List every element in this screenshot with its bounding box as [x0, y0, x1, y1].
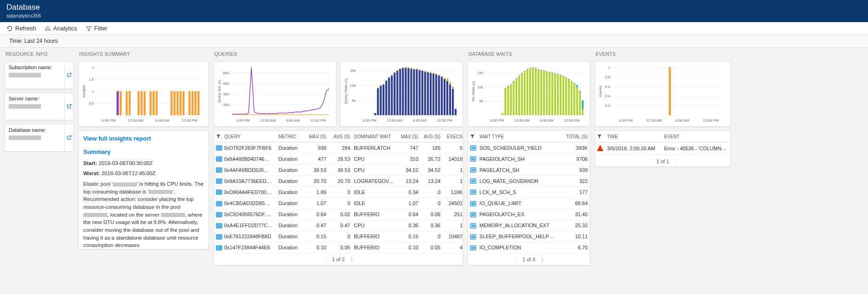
filter-label: Filter [94, 25, 108, 32]
table-row[interactable]: 0xE761222848FB8DDuration0.150BUFFERIO0.1… [214, 231, 464, 242]
svg-rect-144 [444, 78, 446, 79]
svg-rect-63 [382, 85, 384, 115]
svg-rect-34 [197, 91, 200, 115]
table-row[interactable]: 3/6/2018, 2:00:20 AMError - 40536 - 'COL… [595, 142, 730, 155]
svg-rect-18 [126, 91, 128, 115]
table-row[interactable]: PAGEIOLATCH_EX31.45 [468, 209, 590, 220]
insights-start-key: Start: [83, 160, 97, 166]
waits-pager-label: 1 of 3 [522, 257, 535, 262]
view-full-report-link[interactable]: View full insights report [83, 135, 151, 142]
filter-icon[interactable] [216, 134, 221, 139]
analytics-button[interactable]: Analytics [45, 25, 77, 32]
subscription-label: Subscription name: [9, 65, 60, 70]
queries-pager-next[interactable]: 〉 [350, 256, 355, 263]
server-open-button[interactable] [64, 93, 73, 120]
queries-th-execs[interactable]: EXECS [442, 131, 464, 142]
insights-chart[interactable]: 0.511.52Insights6:00 PM12:00 AM6:00 AM12… [81, 65, 206, 123]
svg-rect-95 [388, 77, 390, 78]
queries-th-avg[interactable]: AVG (S) [328, 131, 352, 142]
refresh-button[interactable]: Refresh [6, 25, 36, 32]
queries-th-avg2[interactable]: AVG (S) [420, 131, 442, 142]
db-waits-chart[interactable]: 5k10k15kDb Waits (s)6:00 PM12:00 AM6:00 … [471, 65, 587, 123]
waits-pager-prev[interactable]: 〈 [512, 256, 517, 263]
svg-rect-24 [152, 91, 155, 115]
svg-rect-72 [407, 68, 409, 115]
events-chart[interactable]: 0.20.40.60.81Events6:00 PM12:00 AM6:00 A… [598, 65, 728, 123]
svg-rect-167 [521, 73, 523, 115]
events-th-time[interactable]: TIME [605, 131, 662, 142]
filter-icon[interactable] [597, 134, 602, 139]
filter-button[interactable]: Filter [86, 25, 108, 32]
table-row[interactable]: MEMORY_ALLOCATION_EXT25.32 [468, 220, 590, 231]
table-row[interactable]: 0x147F23844F44E8Duration0.100.05BUFFERIO… [214, 242, 464, 253]
svg-rect-94 [385, 80, 387, 81]
query-waits-chart[interactable]: 5k10k15kQuery Waits (s)6:00 PM12:00 AM6:… [343, 65, 460, 123]
events-pager-prev[interactable]: 〈 [646, 158, 651, 165]
svg-rect-133 [413, 69, 415, 69]
table-row[interactable]: 0x4CBDAD32D85…Duration1.070IDLE1.0702450… [214, 198, 464, 209]
svg-rect-101 [405, 67, 406, 68]
svg-text:6:00 AM: 6:00 AM [286, 118, 300, 123]
svg-rect-79 [427, 72, 429, 115]
table-row[interactable]: 0xD762F283F7FBF5Duration936284BUFFERLATC… [214, 142, 464, 153]
svg-rect-189 [582, 109, 584, 115]
waits-th-type[interactable]: WAIT TYPE [478, 131, 558, 142]
events-pager-next[interactable]: 〉 [675, 158, 680, 165]
table-row[interactable]: SOS_SCHEDULER_YIELD383K [468, 142, 590, 153]
svg-rect-68 [396, 71, 398, 115]
svg-rect-176 [546, 72, 548, 115]
events-th-event[interactable]: EVENT [662, 131, 730, 142]
waits-column: DATABASE WAITS 5k10k15kDb Waits (s)6:00 … [468, 51, 590, 265]
database-open-button[interactable] [64, 124, 73, 151]
svg-rect-76 [419, 71, 421, 116]
svg-rect-186 [573, 83, 575, 115]
subscription-open-button[interactable] [64, 62, 73, 88]
table-row[interactable]: PAGEIOLATCH_SH9706 [468, 153, 590, 165]
svg-rect-82 [435, 75, 437, 115]
table-row[interactable]: 0xC824056576DF…Duration0.640.02BUFFERIO0… [214, 209, 464, 220]
svg-rect-130 [405, 67, 406, 68]
svg-rect-88 [452, 89, 454, 115]
svg-rect-119 [455, 109, 457, 109]
table-row[interactable]: SLEEP_BUFFERPOOL_HELPLW10.11 [468, 231, 590, 242]
queries-th-query[interactable]: QUERY [222, 131, 277, 142]
table-row[interactable]: 0xA4E1FFD2D77C…Duration0.470.47CPU0.360.… [214, 220, 464, 231]
table-row[interactable]: PAGELATCH_SH939 [468, 165, 590, 176]
svg-rect-173 [538, 70, 539, 115]
insights-column-header: INSIGHTS SUMMARY [79, 51, 209, 57]
svg-rect-135 [419, 70, 421, 70]
insights-column: INSIGHTS SUMMARY 0.511.52Insights6:00 PM… [78, 51, 209, 265]
table-row[interactable]: 0x9A10A7736EED…Duration20.7020.70LOGRATE… [214, 176, 464, 187]
queries-th-wait[interactable]: DOMINANT WAIT [352, 131, 398, 142]
svg-rect-115 [444, 78, 446, 79]
table-row[interactable]: 0x4AFA9BDD526…Duration38.5338.53CPU34.52… [214, 165, 464, 176]
table-row[interactable]: 0x8A480B040746…Duration47728.53CPU31026.… [214, 153, 464, 165]
query-duration-chart[interactable]: 200400600800Query dur. (s)6:00 PM12:00 A… [217, 65, 333, 123]
queries-th-max[interactable]: MAX (S) [304, 131, 328, 142]
svg-text:6:00 AM: 6:00 AM [676, 118, 689, 123]
svg-rect-105 [416, 69, 417, 69]
table-row[interactable]: IO_COMPLETION6.70 [468, 242, 590, 253]
svg-rect-100 [402, 68, 404, 68]
queries-th-metric[interactable]: METRIC [277, 131, 304, 142]
queries-th-max2[interactable]: MAX (S) [398, 131, 420, 142]
waits-pager-next[interactable]: 〉 [541, 256, 546, 263]
svg-text:1: 1 [92, 89, 94, 94]
svg-text:15k: 15k [350, 69, 356, 73]
filter-icon[interactable] [470, 134, 475, 139]
svg-rect-109 [427, 72, 429, 72]
table-row[interactable]: LCK_M_SCH_S177 [468, 187, 590, 198]
time-filter[interactable]: Time: Last 24 hours [0, 35, 868, 47]
table-row[interactable]: IO_QUEUE_LIMIT68.64 [468, 198, 590, 209]
svg-rect-263 [669, 67, 671, 115]
svg-rect-171 [532, 68, 534, 115]
waits-th-total[interactable]: TOTAL (S) [558, 131, 590, 142]
db-waits-chart-card: 5k10k15kDb Waits (s)6:00 PM12:00 AM6:00 … [468, 61, 590, 127]
table-row[interactable]: 0xD904A4FED700…Duration1.890IDLE0.340110… [214, 187, 464, 198]
waits-column-header: DATABASE WAITS [469, 51, 590, 57]
svg-text:12:00 PM: 12:00 PM [564, 118, 580, 123]
svg-text:200: 200 [223, 103, 230, 107]
queries-pager-prev[interactable]: 〈 [321, 256, 326, 263]
table-row[interactable]: LOG_RATE_GOVERNOR322 [468, 176, 590, 187]
waits-pager: 〈 1 of 3 〉 [468, 253, 590, 265]
